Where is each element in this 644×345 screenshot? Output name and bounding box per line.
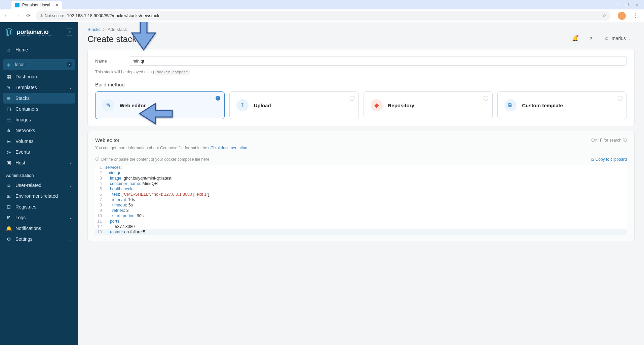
networks-icon: ⋔ [6,128,11,133]
compose-editor[interactable]: 1services:2 mini-qr:3 image: ghcr.io/lyq… [95,165,627,235]
sidebar-item-logs[interactable]: 🗎Logs⌄ [0,212,78,223]
forward-button[interactable]: → [14,13,21,19]
browser-menu-icon[interactable]: ⋮ [633,12,638,19]
events-icon: ◷ [6,149,11,155]
refresh-icon[interactable]: ⟳ [140,36,145,43]
copy-icon: ⧉ [591,157,594,162]
editor-description: You can get more information about Compo… [95,146,627,150]
close-environment-icon[interactable]: × [67,62,72,67]
gear-icon: ⚙ [6,236,11,242]
name-label: Name [95,59,119,64]
host-icon: ▣ [6,160,11,165]
browser-tab-strip: Portainer | local × — ☐ ✕ [0,0,644,9]
profile-avatar[interactable] [618,12,626,20]
template-icon: 🗎 [504,99,517,111]
sidebar-item-networks[interactable]: ⋔Networks [0,125,78,136]
sidebar-item-notifications[interactable]: 🔔Notifications [0,223,78,234]
reload-button[interactable]: ⟳ [25,12,32,19]
chevron-down-icon: ⌄ [69,86,72,89]
stack-form-panel: Name This stack will be deployed using d… [87,49,635,126]
close-window-icon[interactable]: ✕ [635,2,639,7]
main-content: Stacks > Add stack Create stack ⟳ 🔔 ? ☺ … [78,22,644,345]
chevron-down-icon: ⌄ [629,37,631,40]
sidebar-item-images[interactable]: ☰Images [0,114,78,125]
chevron-down-icon: ⌄ [69,194,72,198]
browser-tab[interactable]: Portainer | local × [11,1,62,9]
logs-icon: 🗎 [6,215,11,220]
favicon-icon [15,3,20,7]
tab-title: Portainer | local [22,3,50,7]
back-button[interactable]: ← [3,13,10,19]
tab-close-icon[interactable]: × [56,2,59,8]
sidebar-item-templates[interactable]: ✎Templates⌄ [0,82,78,93]
method-upload[interactable]: ⤒ Upload [229,91,359,119]
svg-point-0 [6,34,8,36]
sidebar-item-stacks[interactable]: ≣Stacks [3,93,75,104]
notifications-button[interactable]: 🔔 [570,33,581,44]
warning-icon: ⚠ [40,13,43,18]
minimize-icon[interactable]: — [615,2,619,7]
search-hint: Ctrl+F for search ⓘ [591,137,627,143]
breadcrumb-current: Add stack [108,27,127,32]
registries-icon: ⊟ [6,204,11,209]
sidebar-item-registries[interactable]: ⊟Registries [0,201,78,212]
help-icon[interactable]: ⓘ [623,137,627,143]
url-field[interactable]: ⚠ Not secure 192.168.1.18:9000/#!/2/dock… [36,11,610,21]
info-icon: ⓘ [95,156,99,162]
sidebar-item-user-related[interactable]: ⌯User-related⌄ [0,180,78,191]
web-editor-panel: Web editor Ctrl+F for search ⓘ You can g… [87,131,635,241]
editor-placeholder-hint: ⓘ Define or paste the content of your do… [95,156,210,162]
radio-icon [484,96,488,101]
chevron-down-icon: ⌄ [69,184,72,187]
user-menu[interactable]: ☺ marius ⌄ [601,34,635,42]
breadcrumb-root[interactable]: Stacks [87,27,101,32]
images-icon: ☰ [6,117,11,122]
templates-icon: ✎ [6,85,11,90]
chevron-down-icon: ⌄ [69,216,72,220]
environment-icon: ⊞ [6,193,11,199]
users-icon: ⌯ [6,183,11,188]
radio-icon [350,96,354,101]
help-button[interactable]: ? [585,33,596,44]
sidebar-collapse-button[interactable]: « [66,28,73,36]
chevron-down-icon: ⌄ [69,161,72,165]
security-indicator[interactable]: ⚠ Not secure [40,13,64,18]
radio-icon [618,96,622,101]
url-text: 192.168.1.18:9000/#!/2/docker/stacks/new… [67,13,159,18]
environment-selector[interactable]: ◈ local × [3,59,75,70]
bookmark-icon[interactable]: ☆ [602,13,606,18]
containers-icon: ▢ [6,106,11,112]
sidebar-item-home[interactable]: ⌂ Home [0,44,78,55]
window-controls: — ☐ ✕ [615,2,641,7]
docker-icon: ◈ [6,62,11,67]
docs-link[interactable]: official documentation [208,146,247,150]
editor-title: Web editor [95,137,119,143]
sidebar-item-settings[interactable]: ⚙Settings⌄ [0,234,78,244]
home-icon: ⌂ [6,47,11,52]
sidebar-item-host[interactable]: ▣Host⌄ [0,157,78,168]
stacks-icon: ≣ [6,95,11,101]
sidebar: portainer.io COMMUNITY EDITION « ⌂ Home … [0,22,78,345]
user-icon: ☺ [604,36,609,41]
stack-name-input[interactable] [129,56,627,66]
sidebar-item-events[interactable]: ◷Events [0,147,78,157]
radio-selected-icon [216,96,220,101]
method-custom-template[interactable]: 🗎 Custom template [497,91,627,119]
build-method-label: Build method [95,82,627,87]
address-bar: ← → ⟳ ⚠ Not secure 192.168.1.18:9000/#!/… [0,9,644,22]
method-web-editor[interactable]: ✎ Web editor [95,91,225,119]
sidebar-item-dashboard[interactable]: ▦Dashboard [0,71,78,82]
volumes-icon: ⊟ [6,139,11,144]
copy-to-clipboard-button[interactable]: ⧉ Copy to clipboard [591,157,627,162]
sidebar-item-containers[interactable]: ▢Containers [0,104,78,114]
edit-icon: ✎ [102,99,114,111]
logo[interactable]: portainer.io COMMUNITY EDITION « [0,22,78,42]
method-repository[interactable]: ◆ Repository [364,91,493,119]
bell-icon: 🔔 [6,226,11,231]
maximize-icon[interactable]: ☐ [626,2,629,7]
sidebar-item-environment-related[interactable]: ⊞Environment-related⌄ [0,191,78,201]
upload-icon: ⤒ [236,99,249,111]
breadcrumb: Stacks > Add stack [87,27,145,32]
git-icon: ◆ [371,99,383,111]
sidebar-item-volumes[interactable]: ⊟Volumes [0,136,78,147]
